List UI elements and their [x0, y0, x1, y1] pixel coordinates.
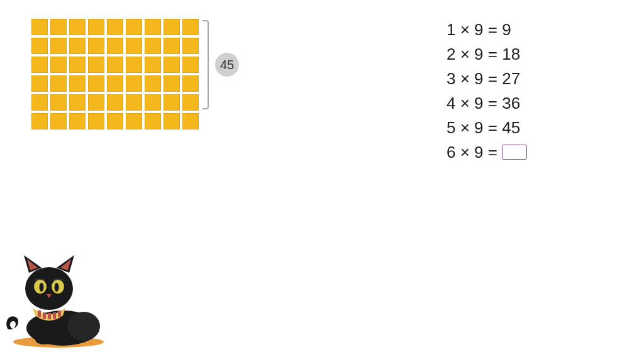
grid-square: [107, 57, 123, 73]
equation-lhs: 2 × 9 =: [447, 45, 497, 63]
grid-square: [145, 57, 161, 73]
grid-square: [88, 38, 104, 54]
svg-point-8: [40, 283, 44, 292]
grid-square: [107, 38, 123, 54]
grid-square: [182, 38, 199, 54]
grid-square: [88, 19, 104, 35]
svg-rect-10: [38, 311, 41, 317]
equation-row: 6 × 9 =: [447, 140, 527, 165]
grid-square: [182, 94, 199, 111]
equation-row: 3 × 9 = 27: [447, 67, 527, 91]
equation-row: 1 × 9 = 9: [447, 18, 527, 42]
grid-square: [69, 75, 86, 92]
grid-square: [69, 57, 86, 73]
grid-square: [69, 19, 86, 35]
svg-point-4: [52, 334, 69, 344]
grid-square: [31, 75, 48, 92]
grid-square: [145, 19, 161, 35]
grid-square: [164, 113, 180, 129]
equation-rhs: 45: [502, 118, 520, 137]
grid-square: [50, 113, 67, 129]
equation-lhs: 6 × 9 =: [447, 143, 497, 162]
svg-rect-13: [53, 312, 56, 319]
svg-rect-11: [43, 312, 46, 319]
square-grid: [31, 19, 199, 129]
equation-lhs: 1 × 9 =: [447, 20, 497, 39]
equation-row: 5 × 9 = 45: [447, 116, 527, 140]
equation-list: 1 × 9 = 92 × 9 = 183 × 9 = 274 × 9 = 365…: [447, 18, 527, 165]
grid-square: [164, 94, 180, 111]
grid-square: [182, 113, 199, 129]
grid-square: [164, 57, 180, 73]
grid-square: [126, 57, 142, 73]
grid-square: [50, 94, 67, 111]
grid-square: [50, 19, 67, 35]
equation-lhs: 5 × 9 =: [447, 118, 497, 137]
equation-rhs: 36: [502, 94, 520, 113]
grid-square: [107, 19, 123, 35]
grid-square: [50, 57, 67, 73]
svg-point-9: [55, 283, 59, 292]
grid-square: [145, 113, 161, 129]
cat-mascot-icon: [5, 254, 112, 348]
grid-square: [31, 38, 48, 54]
grid-square: [88, 94, 104, 111]
equation-rhs: 27: [502, 69, 520, 88]
grid-square: [164, 19, 180, 35]
count-badge: 45: [215, 53, 239, 77]
grid-square: [31, 113, 48, 129]
grid-square: [107, 94, 123, 111]
grid-square: [126, 75, 142, 92]
svg-rect-12: [48, 313, 51, 319]
grid-square: [31, 94, 48, 111]
grid-square: [126, 113, 142, 129]
grid-square: [88, 113, 104, 129]
grid-square: [182, 57, 199, 73]
svg-point-2: [67, 312, 100, 341]
grid-square: [50, 38, 67, 54]
equation-lhs: 3 × 9 =: [447, 69, 497, 88]
equation-row: 2 × 9 = 18: [447, 42, 527, 67]
answer-input[interactable]: [502, 145, 527, 160]
grid-square: [107, 113, 123, 129]
grid-square: [126, 38, 142, 54]
grid-square: [107, 75, 123, 92]
equation-lhs: 4 × 9 =: [447, 94, 497, 113]
grid-square: [145, 75, 161, 92]
grid-bracket: [203, 20, 209, 109]
grid-square: [69, 113, 86, 129]
grid-square: [182, 75, 199, 92]
svg-point-5: [25, 267, 73, 310]
grid-square: [182, 19, 199, 35]
grid-square: [69, 94, 86, 111]
equation-rhs: 18: [502, 45, 520, 63]
grid-square: [31, 57, 48, 73]
equation-row: 4 × 9 = 36: [447, 91, 527, 116]
grid-square: [31, 19, 48, 35]
grid-square: [126, 19, 142, 35]
svg-point-3: [35, 334, 53, 344]
grid-square: [88, 57, 104, 73]
grid-square: [164, 38, 180, 54]
grid-square: [164, 75, 180, 92]
equation-rhs: 9: [502, 20, 511, 39]
grid-square: [69, 38, 86, 54]
grid-square: [145, 94, 161, 111]
svg-rect-14: [58, 311, 61, 317]
grid-square: [88, 75, 104, 92]
grid-square: [50, 75, 67, 92]
grid-square: [126, 94, 142, 111]
grid-square: [145, 38, 161, 54]
array-model: 45: [31, 19, 239, 129]
